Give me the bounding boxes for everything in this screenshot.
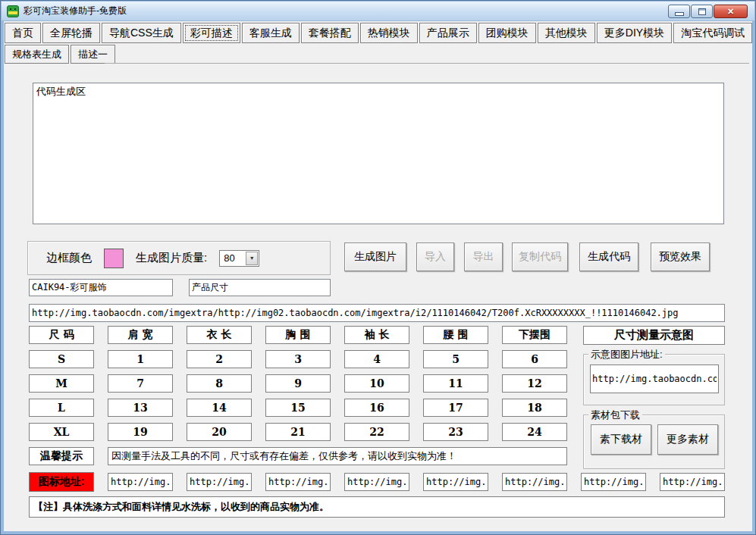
icon-url-input[interactable] [502,473,567,491]
tab-taobao-code-debug[interactable]: 淘宝代码调试 [673,23,752,43]
notice-text-input[interactable] [108,447,567,465]
restore-button[interactable] [691,5,713,18]
size-cell[interactable]: L [29,399,94,417]
main-tab-strip: 首页 全屏轮播 导航CSS生成 彩可描述 客服生成 套餐搭配 热销模块 产品展示… [5,23,754,43]
size-header: 胸 围 [265,326,331,344]
size-cell[interactable]: XL [29,423,94,441]
window-controls: ✕ [668,5,748,18]
size-cell[interactable]: 19 [108,423,173,441]
size-cell[interactable]: 16 [344,399,409,417]
size-cell[interactable]: 20 [187,423,252,441]
app-icon [7,5,19,17]
size-cell[interactable]: 11 [423,374,488,393]
minimize-icon [675,12,684,16]
image-quality-value: 80 [224,252,234,264]
diagram-url-group: 示意图图片地址: [583,354,725,405]
size-header: 下摆围 [502,326,567,344]
size-cell[interactable]: 24 [502,423,567,441]
size-header: 腰 围 [423,326,488,344]
tab-home[interactable]: 首页 [5,23,41,43]
size-header: 袖 长 [344,326,409,344]
icon-url-input[interactable] [187,473,252,491]
diagram-url-group-label: 示意图图片地址: [588,348,665,361]
tab-hot-sale-module[interactable]: 热销模块 [360,23,418,43]
options-group: 边框颜色 生成图片质量: 80 ▼ [27,241,331,275]
export-button: 导出 [464,242,503,271]
tab-product-display[interactable]: 产品展示 [419,23,477,43]
size-cell[interactable]: 23 [423,423,488,441]
border-color-label: 边框颜色 [46,251,92,265]
tab-customer-service-generate[interactable]: 客服生成 [242,23,300,43]
size-cell[interactable]: M [29,374,94,393]
restore-icon [698,8,706,15]
shop-title-input[interactable] [29,279,173,296]
icon-url-input[interactable] [660,473,725,491]
size-cell[interactable]: 6 [502,350,567,368]
title-bar: 彩可淘宝装修助手-免费版 [2,2,754,21]
sub-tab-strip: 规格表生成 描述一 [5,45,117,64]
size-cell[interactable]: 2 [187,350,252,368]
subtab-spec-table-generate[interactable]: 规格表生成 [5,45,69,64]
footer-note-input[interactable] [29,496,725,518]
border-color-swatch[interactable] [104,249,124,268]
image-quality-select[interactable]: 80 ▼ [219,250,259,267]
size-cell[interactable]: 21 [265,423,331,441]
size-header: 衣 长 [187,326,252,344]
material-download-button[interactable]: 素下载材 [591,424,651,455]
window-title: 彩可淘宝装修助手-免费版 [24,5,127,17]
size-cell[interactable]: 10 [344,374,409,393]
generate-image-button[interactable]: 生成图片 [344,242,406,271]
size-cell[interactable]: 13 [108,399,173,417]
minimize-button[interactable] [668,5,690,18]
size-cell[interactable]: 12 [502,374,567,393]
tab-other-module[interactable]: 其他模块 [538,23,595,43]
tab-fullscreen-carousel[interactable]: 全屏轮播 [42,23,100,43]
size-table: 尺 码 肩 宽 衣 长 胸 围 袖 长 腰 围 下摆围 S 1 2 3 4 5 … [29,326,567,465]
tab-strip-divider [105,63,749,64]
tab-nav-css-generate[interactable]: 导航CSS生成 [102,23,181,43]
size-cell[interactable]: 3 [265,350,331,368]
image-quality-label: 生成图片质量: [136,251,207,265]
close-icon: ✕ [727,7,734,17]
size-cell[interactable]: 8 [187,374,252,393]
size-cell[interactable]: 18 [502,399,567,417]
icon-url-input[interactable] [344,473,409,491]
tab-combo-match[interactable]: 套餐搭配 [301,23,359,43]
icon-url-input[interactable] [423,473,488,491]
preview-effect-button[interactable]: 预览效果 [651,242,710,271]
icon-url-label: 图标地址: [29,472,94,492]
size-cell[interactable]: 15 [265,399,331,417]
size-cell[interactable]: 5 [423,350,488,368]
generate-code-button[interactable]: 生成代码 [579,242,638,271]
diagram-url-input[interactable] [590,364,719,393]
tab-more-diy-module[interactable]: 更多DIY模块 [597,23,672,43]
material-pack-group-label: 素材包下载 [588,408,642,422]
icon-url-row: 图标地址: [29,472,725,492]
copy-code-button: 复制代码 [512,242,568,271]
size-cell[interactable]: 1 [108,350,173,368]
more-material-button[interactable]: 更多素材 [657,424,718,455]
size-header: 尺 码 [29,326,94,344]
size-cell[interactable]: 4 [344,350,409,368]
close-button[interactable]: ✕ [714,5,748,18]
product-size-input[interactable] [189,279,331,296]
size-cell[interactable]: 17 [423,399,488,417]
notice-label: 温馨提示 [29,447,94,465]
chevron-down-icon[interactable]: ▼ [246,252,258,265]
image-url-input[interactable] [29,304,725,322]
icon-url-input[interactable] [581,473,646,491]
size-cell[interactable]: 22 [344,423,409,441]
size-cell[interactable]: 14 [187,399,252,417]
subtab-description-1[interactable]: 描述一 [71,45,115,64]
code-output-textarea[interactable]: 代码生成区 [33,83,724,224]
size-cell[interactable]: S [29,350,94,368]
icon-url-input[interactable] [108,473,173,491]
icon-url-input[interactable] [265,473,331,491]
tab-caike-description[interactable]: 彩可描述 [183,23,240,43]
tab-group-buy-module[interactable]: 团购模块 [478,23,536,43]
material-pack-group: 素材包下载 素下载材 更多素材 [583,415,725,469]
app-window: 彩可淘宝装修助手-免费版 ✕ 首页 全屏轮播 导航CSS生成 彩可描述 客服生成… [0,0,756,535]
import-button: 导入 [416,242,454,271]
size-cell[interactable]: 7 [108,374,173,393]
size-cell[interactable]: 9 [265,374,331,393]
